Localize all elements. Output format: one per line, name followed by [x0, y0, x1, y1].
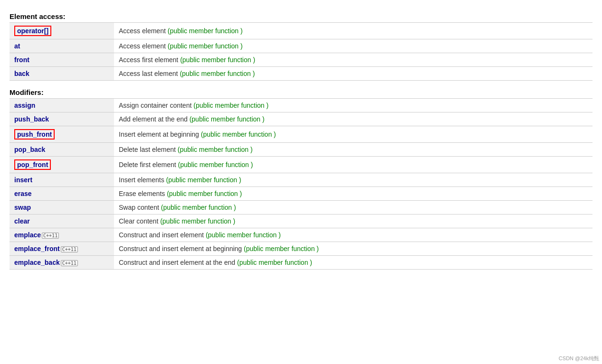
function-name[interactable]: front [14, 56, 29, 64]
section-title-modifiers: Modifiers: [10, 88, 592, 96]
table-row[interactable]: emplace_frontC++11Construct and insert e… [10, 242, 592, 256]
function-type: (public member function ) [178, 161, 253, 168]
function-name[interactable]: push_back [14, 115, 49, 123]
table-row[interactable]: insertInsert elements (public member fun… [10, 173, 592, 187]
function-name[interactable]: operator[] [14, 26, 51, 36]
function-description: Access element (public member function ) [114, 23, 592, 39]
function-description: Assign container content (public member … [114, 99, 592, 112]
function-type: (public member function ) [178, 146, 253, 153]
function-type: (public member function ) [190, 115, 265, 123]
function-name[interactable]: at [14, 42, 20, 50]
function-name[interactable]: assign [14, 102, 35, 109]
function-description: Delete last element (public member funct… [114, 143, 592, 157]
function-type: (public member function ) [244, 245, 319, 252]
table-row[interactable]: emplaceC++11Construct and insert element… [10, 228, 592, 242]
function-description: Insert elements (public member function … [114, 173, 592, 187]
function-description: Access first element (public member func… [114, 53, 592, 67]
section-title-element-access: Element access: [10, 12, 592, 20]
table-element-access: operator[]Access element (public member … [10, 22, 592, 81]
function-type: (public member function ) [180, 56, 255, 64]
function-type: (public member function ) [166, 176, 241, 184]
function-name[interactable]: swap [14, 204, 31, 211]
cpp-badge: C++11 [61, 246, 78, 252]
function-description: Add element at the end (public member fu… [114, 112, 592, 126]
function-name[interactable]: push_front [14, 129, 55, 140]
function-name[interactable]: back [14, 70, 29, 77]
table-row[interactable]: push_backAdd element at the end (public … [10, 112, 592, 126]
cpp-badge: C++11 [42, 233, 59, 239]
function-description: Clear content (public member function ) [114, 215, 592, 228]
function-type: (public member function ) [167, 190, 242, 197]
function-description: Construct and insert element at the end … [114, 256, 592, 270]
table-row[interactable]: atAccess element (public member function… [10, 39, 592, 53]
function-description: Delete first element (public member func… [114, 157, 592, 173]
function-description: Erase elements (public member function ) [114, 187, 592, 201]
function-description: Construct and insert element (public mem… [114, 228, 592, 242]
function-type: (public member function ) [193, 102, 268, 109]
function-description: Swap content (public member function ) [114, 201, 592, 215]
table-modifiers: assignAssign container content (public m… [10, 98, 592, 270]
table-row[interactable]: pop_frontDelete first element (public me… [10, 157, 592, 173]
table-row[interactable]: operator[]Access element (public member … [10, 23, 592, 39]
function-description: Access last element (public member funct… [114, 67, 592, 81]
table-row[interactable]: push_frontInsert element at beginning (p… [10, 126, 592, 143]
function-name[interactable]: pop_front [14, 159, 51, 170]
table-row[interactable]: eraseErase elements (public member funct… [10, 187, 592, 201]
function-type: (public member function ) [201, 131, 276, 138]
table-row[interactable]: emplace_backC++11Construct and insert el… [10, 256, 592, 270]
function-description: Insert element at beginning (public memb… [114, 126, 592, 143]
function-type: (public member function ) [168, 27, 243, 35]
function-type: (public member function ) [180, 70, 255, 77]
table-row[interactable]: frontAccess first element (public member… [10, 53, 592, 67]
table-row[interactable]: backAccess last element (public member f… [10, 67, 592, 81]
function-name[interactable]: emplace [14, 231, 41, 239]
cpp-badge: C++11 [61, 260, 78, 266]
function-name[interactable]: emplace_back [14, 259, 60, 266]
function-description: Construct and insert element at beginnin… [114, 242, 592, 256]
function-type: (public member function ) [160, 217, 235, 225]
table-row[interactable]: clearClear content (public member functi… [10, 215, 592, 228]
function-name[interactable]: erase [14, 190, 32, 197]
function-name[interactable]: insert [14, 176, 32, 184]
function-name[interactable]: emplace_front [14, 245, 60, 252]
function-description: Access element (public member function ) [114, 39, 592, 53]
function-name[interactable]: pop_back [14, 146, 45, 153]
function-name[interactable]: clear [14, 217, 30, 225]
table-row[interactable]: pop_backDelete last element (public memb… [10, 143, 592, 157]
function-type: (public member function ) [237, 259, 312, 266]
function-type: (public member function ) [168, 42, 243, 50]
table-row[interactable]: swapSwap content (public member function… [10, 201, 592, 215]
function-type: (public member function ) [161, 204, 236, 211]
table-row[interactable]: assignAssign container content (public m… [10, 99, 592, 112]
function-type: (public member function ) [206, 231, 281, 239]
